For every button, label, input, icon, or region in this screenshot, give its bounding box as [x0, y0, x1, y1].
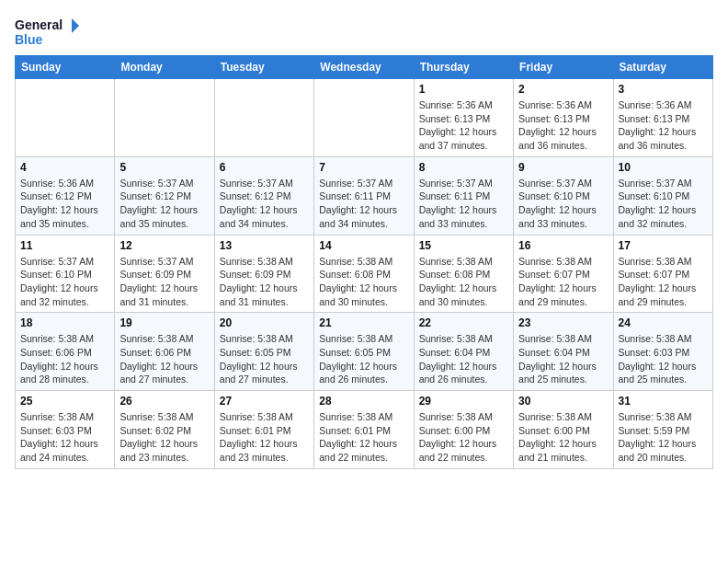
svg-text:Blue: Blue [15, 32, 43, 47]
calendar-cell: 8Sunrise: 5:37 AM Sunset: 6:11 PM Daylig… [414, 156, 513, 235]
day-number: 11 [20, 239, 109, 252]
calendar-cell: 22Sunrise: 5:38 AM Sunset: 6:04 PM Dayli… [414, 313, 513, 391]
calendar-cell: 26Sunrise: 5:38 AM Sunset: 6:02 PM Dayli… [115, 391, 214, 469]
day-info: Sunrise: 5:38 AM Sunset: 6:01 PM Dayligh… [319, 410, 408, 465]
week-row-5: 25Sunrise: 5:38 AM Sunset: 6:03 PM Dayli… [16, 391, 713, 469]
calendar-cell: 19Sunrise: 5:38 AM Sunset: 6:06 PM Dayli… [115, 313, 214, 391]
calendar-cell: 25Sunrise: 5:38 AM Sunset: 6:03 PM Dayli… [16, 391, 115, 469]
day-number: 18 [20, 316, 109, 329]
day-info: Sunrise: 5:38 AM Sunset: 5:59 PM Dayligh… [619, 410, 708, 465]
calendar-cell: 29Sunrise: 5:38 AM Sunset: 6:00 PM Dayli… [414, 391, 513, 469]
calendar-cell: 4Sunrise: 5:36 AM Sunset: 6:12 PM Daylig… [16, 156, 115, 235]
day-info: Sunrise: 5:38 AM Sunset: 6:02 PM Dayligh… [119, 410, 209, 465]
calendar-cell: 1Sunrise: 5:36 AM Sunset: 6:13 PM Daylig… [414, 79, 513, 157]
calendar-cell: 10Sunrise: 5:37 AM Sunset: 6:10 PM Dayli… [613, 156, 712, 235]
day-info: Sunrise: 5:36 AM Sunset: 6:13 PM Dayligh… [518, 98, 608, 153]
calendar-cell: 16Sunrise: 5:38 AM Sunset: 6:07 PM Dayli… [514, 235, 613, 313]
day-info: Sunrise: 5:38 AM Sunset: 6:01 PM Dayligh… [220, 410, 309, 465]
day-info: Sunrise: 5:37 AM Sunset: 6:11 PM Dayligh… [319, 177, 408, 231]
calendar-cell [314, 79, 414, 157]
calendar-cell: 21Sunrise: 5:38 AM Sunset: 6:05 PM Dayli… [314, 313, 414, 391]
day-info: Sunrise: 5:36 AM Sunset: 6:12 PM Dayligh… [20, 177, 109, 231]
day-number: 15 [419, 239, 508, 252]
day-number: 12 [119, 239, 209, 252]
day-number: 13 [220, 239, 309, 252]
calendar-cell: 20Sunrise: 5:38 AM Sunset: 6:05 PM Dayli… [214, 313, 313, 391]
calendar-cell: 3Sunrise: 5:36 AM Sunset: 6:13 PM Daylig… [613, 79, 712, 157]
page-header: General Blue [15, 15, 713, 48]
day-info: Sunrise: 5:38 AM Sunset: 6:06 PM Dayligh… [119, 332, 209, 386]
day-info: Sunrise: 5:38 AM Sunset: 6:06 PM Dayligh… [20, 332, 109, 386]
calendar-cell: 28Sunrise: 5:38 AM Sunset: 6:01 PM Dayli… [314, 391, 414, 469]
day-info: Sunrise: 5:38 AM Sunset: 6:03 PM Dayligh… [619, 332, 708, 386]
day-info: Sunrise: 5:38 AM Sunset: 6:03 PM Dayligh… [20, 410, 109, 465]
day-number: 5 [119, 161, 209, 174]
day-number: 23 [518, 316, 608, 329]
day-number: 10 [619, 161, 708, 174]
weekday-header-sunday: Sunday [16, 56, 115, 79]
calendar-cell: 12Sunrise: 5:37 AM Sunset: 6:09 PM Dayli… [115, 235, 214, 313]
day-info: Sunrise: 5:38 AM Sunset: 6:05 PM Dayligh… [220, 332, 309, 386]
day-info: Sunrise: 5:38 AM Sunset: 6:05 PM Dayligh… [319, 332, 408, 386]
calendar-cell: 27Sunrise: 5:38 AM Sunset: 6:01 PM Dayli… [214, 391, 313, 469]
week-row-4: 18Sunrise: 5:38 AM Sunset: 6:06 PM Dayli… [16, 313, 713, 391]
calendar-cell: 9Sunrise: 5:37 AM Sunset: 6:10 PM Daylig… [514, 156, 613, 235]
calendar-cell: 24Sunrise: 5:38 AM Sunset: 6:03 PM Dayli… [613, 313, 712, 391]
day-info: Sunrise: 5:38 AM Sunset: 6:00 PM Dayligh… [518, 410, 608, 465]
day-info: Sunrise: 5:37 AM Sunset: 6:10 PM Dayligh… [619, 177, 708, 231]
calendar-cell [214, 79, 313, 157]
weekday-header-saturday: Saturday [613, 56, 712, 79]
calendar-cell [16, 79, 115, 157]
day-number: 6 [220, 161, 309, 174]
day-info: Sunrise: 5:37 AM Sunset: 6:10 PM Dayligh… [20, 255, 109, 309]
day-info: Sunrise: 5:38 AM Sunset: 6:07 PM Dayligh… [619, 255, 708, 309]
day-info: Sunrise: 5:37 AM Sunset: 6:12 PM Dayligh… [119, 177, 209, 231]
day-number: 30 [518, 395, 608, 408]
calendar-cell: 31Sunrise: 5:38 AM Sunset: 5:59 PM Dayli… [613, 391, 712, 469]
calendar-table: SundayMondayTuesdayWednesdayThursdayFrid… [15, 55, 713, 469]
day-number: 14 [319, 239, 408, 252]
day-number: 7 [319, 161, 408, 174]
calendar-cell: 11Sunrise: 5:37 AM Sunset: 6:10 PM Dayli… [16, 235, 115, 313]
calendar-cell: 13Sunrise: 5:38 AM Sunset: 6:09 PM Dayli… [214, 235, 313, 313]
day-number: 17 [619, 239, 708, 252]
day-info: Sunrise: 5:37 AM Sunset: 6:11 PM Dayligh… [419, 177, 508, 231]
day-info: Sunrise: 5:38 AM Sunset: 6:09 PM Dayligh… [220, 255, 309, 309]
day-number: 20 [220, 316, 309, 329]
day-number: 24 [619, 316, 708, 329]
day-info: Sunrise: 5:38 AM Sunset: 6:08 PM Dayligh… [419, 255, 508, 309]
logo: General Blue [15, 15, 79, 48]
day-info: Sunrise: 5:37 AM Sunset: 6:10 PM Dayligh… [518, 177, 608, 231]
calendar-cell [115, 79, 214, 157]
calendar-cell: 6Sunrise: 5:37 AM Sunset: 6:12 PM Daylig… [214, 156, 313, 235]
day-number: 3 [619, 83, 708, 96]
day-info: Sunrise: 5:36 AM Sunset: 6:13 PM Dayligh… [619, 98, 708, 153]
calendar-cell: 23Sunrise: 5:38 AM Sunset: 6:04 PM Dayli… [514, 313, 613, 391]
calendar-cell: 5Sunrise: 5:37 AM Sunset: 6:12 PM Daylig… [115, 156, 214, 235]
weekday-header-wednesday: Wednesday [314, 56, 414, 79]
weekday-header-thursday: Thursday [414, 56, 513, 79]
day-number: 22 [419, 316, 508, 329]
day-number: 19 [119, 316, 209, 329]
day-number: 16 [518, 239, 608, 252]
logo-svg: General Blue [15, 15, 79, 48]
day-info: Sunrise: 5:38 AM Sunset: 6:04 PM Dayligh… [419, 332, 508, 386]
day-number: 4 [20, 161, 109, 174]
day-info: Sunrise: 5:38 AM Sunset: 6:07 PM Dayligh… [518, 255, 608, 309]
day-info: Sunrise: 5:38 AM Sunset: 6:00 PM Dayligh… [419, 410, 508, 465]
day-info: Sunrise: 5:36 AM Sunset: 6:13 PM Dayligh… [419, 98, 508, 153]
weekday-header-monday: Monday [115, 56, 214, 79]
day-number: 27 [220, 395, 309, 408]
calendar-cell: 18Sunrise: 5:38 AM Sunset: 6:06 PM Dayli… [16, 313, 115, 391]
day-number: 1 [419, 83, 508, 96]
week-row-1: 1Sunrise: 5:36 AM Sunset: 6:13 PM Daylig… [16, 79, 713, 157]
day-info: Sunrise: 5:38 AM Sunset: 6:04 PM Dayligh… [518, 332, 608, 386]
day-number: 29 [419, 395, 508, 408]
day-info: Sunrise: 5:37 AM Sunset: 6:09 PM Dayligh… [119, 255, 209, 309]
svg-text:General: General [15, 17, 63, 32]
day-info: Sunrise: 5:38 AM Sunset: 6:08 PM Dayligh… [319, 255, 408, 309]
day-number: 25 [20, 395, 109, 408]
weekday-header-tuesday: Tuesday [214, 56, 313, 79]
svg-marker-2 [72, 18, 79, 33]
day-info: Sunrise: 5:37 AM Sunset: 6:12 PM Dayligh… [220, 177, 309, 231]
